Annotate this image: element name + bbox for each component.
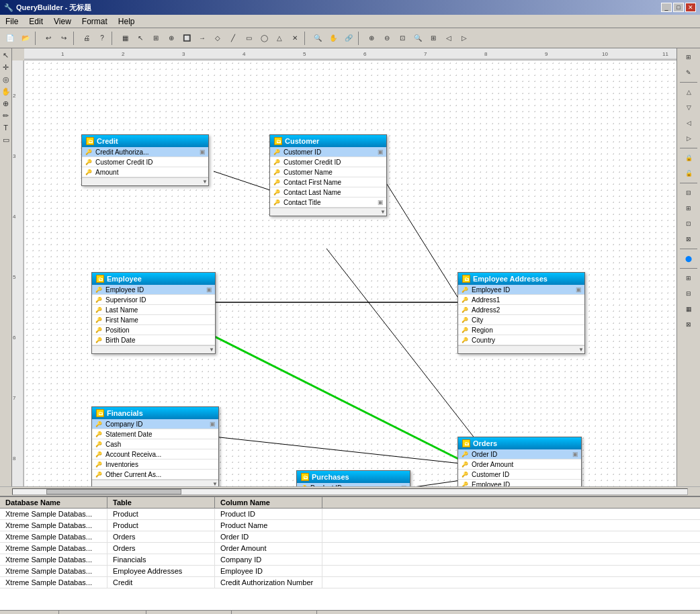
menu-format[interactable]: Format [77,15,113,28]
scrollbar-thumb[interactable] [46,489,181,494]
fin-row-1[interactable]: 🔑 Company ID ▣ [92,419,218,429]
emp-addr-row-3[interactable]: 🔑 Address2 [458,305,584,315]
select-tool[interactable]: ✛ [1,62,11,73]
customer-row-5[interactable]: 🔑 Contact Last Name [270,187,386,198]
redo-button[interactable]: ↪ [56,31,71,46]
emp-addr-row-1[interactable]: 🔑 Employee ID ▣ [458,285,584,295]
rt-13[interactable]: ⬤ [679,251,698,266]
rt-15[interactable]: ⊟ [679,286,698,301]
rt-8[interactable]: 🔓 [679,166,698,181]
connect-button[interactable]: ⊕ [164,31,179,46]
fin-row-2[interactable]: 🔑 Statement Date [92,429,218,439]
rt-5[interactable]: ◁ [679,116,698,130]
pan-button[interactable]: ✋ [326,31,341,46]
credit-row-2[interactable]: 🔑 Customer Credit ID [82,157,208,167]
connect-tool[interactable]: ⊕ [1,98,11,109]
fin-scroll-down[interactable]: ▼ [212,481,218,486]
customer-row-1[interactable]: 🔑 Customer ID ▣ [270,147,386,157]
rt-9[interactable]: ⊟ [679,185,698,200]
bottom-row-2[interactable]: Xtreme Sample Databas... Product Product… [0,520,700,531]
undo-button[interactable]: ↩ [41,31,56,46]
search-button[interactable]: 🔍 [310,31,325,46]
pur-row-1[interactable]: 🔑 Product ID ▣ [297,483,410,486]
new-button[interactable]: 📄 [3,31,17,46]
open-button[interactable]: 📂 [18,31,33,46]
bottom-row-1[interactable]: Xtreme Sample Databas... Product Product… [0,509,700,520]
zoom-out-button[interactable]: ⊖ [380,31,394,46]
bottom-row-7[interactable]: Xtreme Sample Databas... Credit Credit A… [0,577,700,588]
fin-row-3[interactable]: 🔑 Cash [92,439,218,449]
rt-3[interactable]: △ [679,85,698,99]
emp-addr-row-4[interactable]: 🔑 City [458,315,584,325]
title-bar-controls[interactable]: _ □ ✕ [661,3,696,12]
rt-12[interactable]: ⊠ [679,232,698,247]
next-page-button[interactable]: ▷ [457,31,472,46]
menu-edit[interactable]: Edit [24,15,48,28]
rt-10[interactable]: ⊞ [679,201,698,216]
ellipse-button[interactable]: ◯ [257,31,271,46]
customer-row-6[interactable]: 🔑 Contact Title ▣ [270,198,386,208]
emp-addr-row-5[interactable]: 🔑 Region [458,325,584,335]
maximize-button[interactable]: □ [673,3,684,12]
rt-1[interactable]: ⊞ [679,50,698,64]
employee-row-1[interactable]: 🔑 Employee ID ▣ [92,285,215,295]
pan-tool[interactable]: ✋ [1,86,11,97]
close-button[interactable]: ✕ [685,3,696,12]
employee-row-3[interactable]: 🔑 Last Name [92,305,215,315]
rect-button[interactable]: ▭ [241,31,256,46]
menu-file[interactable]: File [0,15,24,28]
rt-17[interactable]: ⊠ [679,317,698,332]
draw-tool[interactable]: ✏ [1,110,11,121]
zoom-in-button[interactable]: ⊕ [364,31,379,46]
employee-row-5[interactable]: 🔑 Position [92,325,215,335]
scrollbar-track[interactable] [12,488,688,495]
text-tool[interactable]: T [1,122,11,133]
emp-addr-row-6[interactable]: 🔑 Country [458,335,584,345]
tri-button[interactable]: △ [272,31,287,46]
prev-page-button[interactable]: ◁ [441,31,456,46]
emp-addr-row-2[interactable]: 🔑 Address1 [458,295,584,305]
shape-tool[interactable]: ▭ [1,134,11,145]
select-button[interactable]: ▦ [118,31,132,46]
rt-11[interactable]: ⊡ [679,216,698,231]
zoom-sel-button[interactable]: ⊞ [426,31,441,46]
canvas-area[interactable]: 🗂 Credit 🔑 Credit Authoriza... ▣ 🔑 Custo… [24,60,676,486]
rt-16[interactable]: ▦ [679,302,698,316]
employee-row-2[interactable]: 🔑 Supervisor ID [92,295,215,305]
menu-help[interactable]: Help [113,15,140,28]
bottom-row-4[interactable]: Xtreme Sample Databas... Orders Order Am… [0,543,700,554]
bottom-row-6[interactable]: Xtreme Sample Databas... Employee Addres… [0,566,700,577]
rt-6[interactable]: ▷ [679,131,698,146]
ord-row-1[interactable]: 🔑 Order ID ▣ [458,449,581,459]
employee-row-6[interactable]: 🔑 Birth Date [92,335,215,345]
link-button[interactable]: 🔗 [341,31,356,46]
help-button[interactable]: ? [95,31,110,46]
zoom-button[interactable]: 🔲 [179,31,194,46]
minimize-button[interactable]: _ [661,3,672,12]
shape-button[interactable]: ◇ [210,31,225,46]
print-button[interactable]: 🖨 [79,31,94,46]
customer-row-2[interactable]: 🔑 Customer Credit ID [270,157,386,167]
customer-row-4[interactable]: 🔑 Contact First Name [270,177,386,187]
star-button[interactable]: ✕ [288,31,302,46]
credit-row-1[interactable]: 🔑 Credit Authoriza... ▣ [82,147,208,157]
ord-row-4[interactable]: 🔑 Employee ID [458,480,581,486]
menu-view[interactable]: View [48,15,77,28]
zoom-100-button[interactable]: 🔍 [410,31,425,46]
pointer-button[interactable]: ↖ [133,31,148,46]
arrow-tool[interactable]: ↖ [1,50,11,60]
zoom-tool[interactable]: ◎ [1,74,11,85]
horizontal-scrollbar[interactable] [0,486,700,496]
emp-addr-scroll-down[interactable]: ▼ [578,347,584,353]
bottom-row-5[interactable]: Xtreme Sample Databas... Financials Comp… [0,554,700,566]
credit-row-3[interactable]: 🔑 Amount [82,167,208,177]
rt-7[interactable]: 🔒 [679,150,698,165]
arrow-button[interactable]: → [195,31,210,46]
credit-scroll-down[interactable]: ▼ [202,179,208,185]
rt-2[interactable]: ✎ [679,65,698,80]
ord-row-3[interactable]: 🔑 Customer ID [458,470,581,480]
line-button[interactable]: ╱ [226,31,240,46]
fin-row-4[interactable]: 🔑 Account Receiva... [92,449,218,459]
customer-scroll-down[interactable]: ▼ [380,209,386,215]
grid-button[interactable]: ⊞ [148,31,163,46]
